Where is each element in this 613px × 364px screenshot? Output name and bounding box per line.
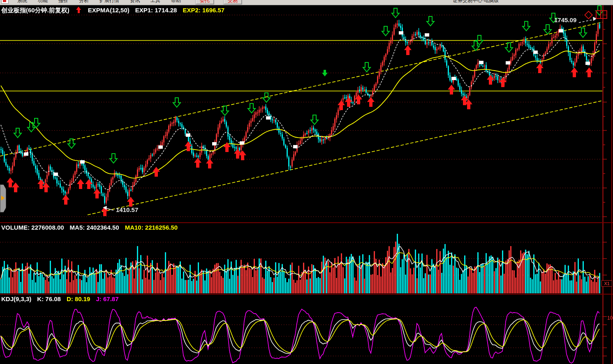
- volume-zoom-badge[interactable]: X1: [601, 280, 612, 287]
- menu-item-news[interactable]: 资讯: [125, 0, 145, 4]
- kdj-d-value: D: 80.19: [67, 295, 90, 302]
- low-price-annotation: 1410.57: [116, 206, 138, 213]
- kdj-j-value: J: 67.87: [96, 295, 118, 302]
- main-chart-header: 创业板指(60分钟.前复权) EXPMA(12,50) EXP1: 1714.2…: [1, 7, 224, 14]
- trading-terminal: { "menu_bar": { "items": ["系统", "功能", "报…: [0, 0, 613, 364]
- layout-switch-icon[interactable]: [596, 10, 607, 19]
- exp2-value: EXP2: 1696.57: [183, 7, 224, 14]
- kdj-chart[interactable]: [0, 295, 613, 364]
- exp1-value: EXP1: 1714.28: [135, 7, 177, 14]
- red-up-arrow-icon: [76, 7, 81, 14]
- menu-item-function[interactable]: 功能: [32, 0, 53, 4]
- menu-item-help[interactable]: 帮助: [166, 0, 186, 4]
- main-volume-divider: [0, 222, 613, 223]
- kdj-indicator-name: KDJ(9,3,3): [1, 295, 31, 302]
- volume-kdj-divider: [0, 294, 613, 295]
- volume-ma10-value: MA10: 2216256.50: [125, 224, 178, 231]
- sidebar-collapse-handle[interactable]: [0, 184, 6, 212]
- menu-item-extended[interactable]: 扩展行情: [94, 0, 125, 4]
- volume-header: VOLUME: 2276008.00 MA5: 2402364.50 MA10:…: [1, 224, 178, 231]
- menu-item-analysis[interactable]: 分析: [74, 0, 94, 4]
- menu-item-entrust[interactable]: 委托: [195, 0, 214, 5]
- kdj-axis-label: 100: [607, 315, 613, 321]
- main-price-chart[interactable]: [0, 0, 613, 223]
- high-price-annotation: 1745.09: [554, 16, 576, 23]
- menu-item-quote[interactable]: 报价: [53, 0, 74, 4]
- menu-item-tools[interactable]: 工具: [145, 0, 166, 4]
- menu-bar: 系统 功能 报价 分析 扩展行情 资讯 工具 帮助 委托 交易 证券交易中心·电…: [0, 0, 613, 5]
- broker-title: 证券交易中心·电脑版: [453, 0, 499, 4]
- volume-ma5-value: MA5: 2402364.50: [70, 224, 119, 231]
- app-logo-icon: [1, 0, 9, 4]
- menu-item-trade[interactable]: 交易: [223, 0, 242, 5]
- menu-item-system[interactable]: 系统: [12, 0, 32, 4]
- volume-value: VOLUME: 2276008.00: [1, 224, 64, 231]
- symbol-title: 创业板指(60分钟.前复权): [1, 7, 69, 14]
- window-right-border: [611, 5, 612, 364]
- kdj-k-value: K: 76.08: [37, 295, 61, 302]
- indicator-name: EXPMA(12,50): [88, 7, 130, 14]
- kdj-header: KDJ(9,3,3) K: 76.08 D: 80.19 J: 67.87: [1, 295, 119, 302]
- volume-chart[interactable]: [0, 223, 613, 294]
